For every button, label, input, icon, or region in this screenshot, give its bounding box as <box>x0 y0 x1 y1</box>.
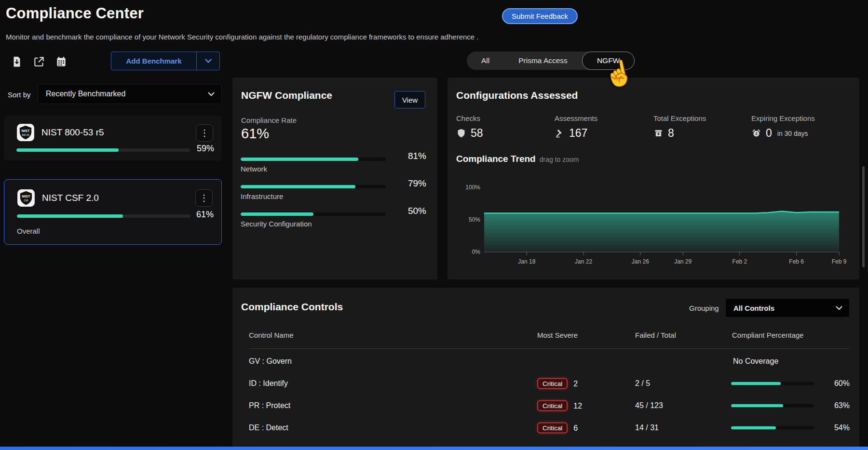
benchmark-card-nist-csf[interactable]: NIST CSF NIST CSF 2.0 ⋮ 61% Overall <box>4 179 222 245</box>
compliant-percent: 63% <box>820 401 850 410</box>
control-name: ID : Identify <box>249 379 288 388</box>
trend-title: Compliance Trend <box>456 154 536 164</box>
benchmark-percent: 61% <box>196 210 214 220</box>
add-benchmark-dropdown-button[interactable] <box>196 52 220 70</box>
compliance-rate-value: 61% <box>241 126 269 142</box>
compliant-percent: 60% <box>820 379 850 388</box>
severity-badge: Critical <box>537 423 568 434</box>
chevron-down-icon <box>208 92 215 96</box>
x-axis-labels: Jan 18Jan 22Jan 26Jan 29Feb 2Feb 6Feb 9 <box>518 252 846 265</box>
failed-total: 14 / 31 <box>635 424 659 432</box>
add-benchmark-split-button: Add Benchmark <box>111 52 220 70</box>
table-row-gv-govern[interactable]: GV : Govern No Coverage <box>232 350 859 372</box>
chevron-down-icon <box>836 306 842 310</box>
benchmark-percent: 59% <box>197 144 214 154</box>
submit-feedback-button[interactable]: Submit Feedback <box>502 8 578 24</box>
chevron-down-icon <box>205 59 212 63</box>
export-icon <box>33 55 45 68</box>
schedule-button[interactable] <box>54 54 68 69</box>
severity-badge: Critical <box>537 400 568 411</box>
scope-tabs: All Prisma Access NGFW <box>467 52 635 70</box>
view-button[interactable]: View <box>394 91 425 108</box>
nist-800-53-logo: NIST 800-53 <box>16 123 35 142</box>
assessed-panel-title: Configurations Assessed <box>456 90 578 101</box>
compliant-bar <box>731 404 814 408</box>
security-configuration-bar <box>241 212 386 216</box>
table-row-pr-protect[interactable]: PR : Protect Critical 12 45 / 123 63% <box>232 395 859 417</box>
column-failed-total: Failed / Total <box>635 331 676 339</box>
failed-total: 2 / 5 <box>635 379 650 388</box>
benchmark-menu-button[interactable]: ⋮ <box>195 189 213 207</box>
grouping-select-value: All Controls <box>733 304 774 312</box>
table-header-divider <box>249 348 850 349</box>
benchmark-progress-bar <box>16 148 190 152</box>
tab-ngfw[interactable]: NGFW <box>582 52 635 70</box>
alarm-snooze-icon: z <box>751 128 761 138</box>
table-body: GV : Govern No Coverage ID : Identify Cr… <box>232 350 859 439</box>
gavel-icon <box>555 128 565 138</box>
y-axis-labels: 100%50%0% <box>465 184 480 255</box>
network-label: Network <box>241 165 267 173</box>
control-name: PR : Protect <box>249 401 290 410</box>
column-compliant-percentage: Compliant Percentage <box>732 331 803 339</box>
page-title: Compliance Center <box>6 5 144 22</box>
tab-prisma-access[interactable]: Prisma Access <box>504 52 582 70</box>
svg-text:Jan 18: Jan 18 <box>518 258 535 265</box>
controls-panel-title: Compliance Controls <box>241 301 343 313</box>
svg-text:0%: 0% <box>472 249 481 255</box>
network-percent: 81% <box>388 151 426 161</box>
stat-total-exceptions: Total Exceptions 8 <box>653 114 706 140</box>
sort-select-value: Recently Benchmarked <box>46 90 125 98</box>
security-configuration-label: Security Configuration <box>241 220 312 228</box>
column-most-severe: Most Severe <box>537 331 578 339</box>
sort-select[interactable]: Recently Benchmarked <box>38 84 222 104</box>
infrastructure-bar <box>241 185 386 188</box>
benchmark-card-nist-800-53[interactable]: NIST 800-53 NIST 800-53 r5 ⋮ 59% <box>4 116 222 161</box>
svg-text:800-53: 800-53 <box>22 134 29 136</box>
tab-all[interactable]: All <box>467 52 504 70</box>
svg-text:Jan 29: Jan 29 <box>674 258 692 265</box>
ngfw-panel-title: NGFW Compliance <box>241 90 332 101</box>
compliance-trend-chart[interactable]: 100%50%0% Jan 18Jan 22Jan 26Jan 29Feb 2F… <box>456 169 850 274</box>
svg-text:CSF: CSF <box>24 199 28 202</box>
shield-icon <box>456 128 466 138</box>
coverage-text: No Coverage <box>733 357 778 366</box>
compliant-percent: 54% <box>820 424 850 432</box>
control-name: GV : Govern <box>249 357 292 366</box>
trend-area <box>484 212 839 252</box>
svg-text:Jan 22: Jan 22 <box>575 258 592 265</box>
page-subtitle: Monitor and benchmark the compliance of … <box>6 33 479 41</box>
severity-count: 6 <box>573 424 578 432</box>
severity-count: 12 <box>573 401 582 410</box>
download-icon <box>11 55 23 68</box>
benchmark-menu-button[interactable]: ⋮ <box>196 124 213 142</box>
svg-text:Feb 2: Feb 2 <box>732 258 747 265</box>
svg-text:NIST: NIST <box>22 129 30 133</box>
bottom-progress-strip <box>0 447 868 450</box>
add-benchmark-button[interactable]: Add Benchmark <box>111 52 197 70</box>
export-button[interactable] <box>32 54 46 69</box>
expiring-suffix: in 30 days <box>777 130 808 137</box>
trend-hint: drag to zoom <box>540 156 579 163</box>
compliance-rate-label: Compliance Rate <box>241 116 297 124</box>
table-row-id-identify[interactable]: ID : Identify Critical 2 2 / 5 60% <box>232 372 859 395</box>
stat-expiring-exceptions: Expiring Exceptions z 0 in 30 days <box>751 114 815 140</box>
svg-text:100%: 100% <box>465 184 480 191</box>
trend-header: Compliance Trenddrag to zoom <box>456 154 579 164</box>
svg-text:50%: 50% <box>469 216 480 223</box>
calendar-icon <box>55 55 68 68</box>
archive-icon <box>653 128 664 138</box>
svg-text:z: z <box>755 131 757 136</box>
grouping-select[interactable]: All Controls <box>725 298 850 318</box>
compliant-bar <box>731 426 814 430</box>
compliance-controls-panel: Compliance Controls Grouping All Control… <box>232 288 859 450</box>
scrollbar-thumb[interactable] <box>862 166 865 267</box>
toolbar-icons <box>10 54 68 69</box>
infrastructure-label: Infrastructure <box>241 192 283 200</box>
benchmark-progress-bar <box>17 214 190 218</box>
table-row-de-detect[interactable]: DE : Detect Critical 6 14 / 31 54% <box>232 417 859 439</box>
download-report-button[interactable] <box>10 54 24 69</box>
benchmark-name: NIST CSF 2.0 <box>42 193 99 203</box>
failed-total: 45 / 123 <box>635 401 663 410</box>
compliance-center-page: Compliance Center Submit Feedback Monito… <box>0 0 868 450</box>
